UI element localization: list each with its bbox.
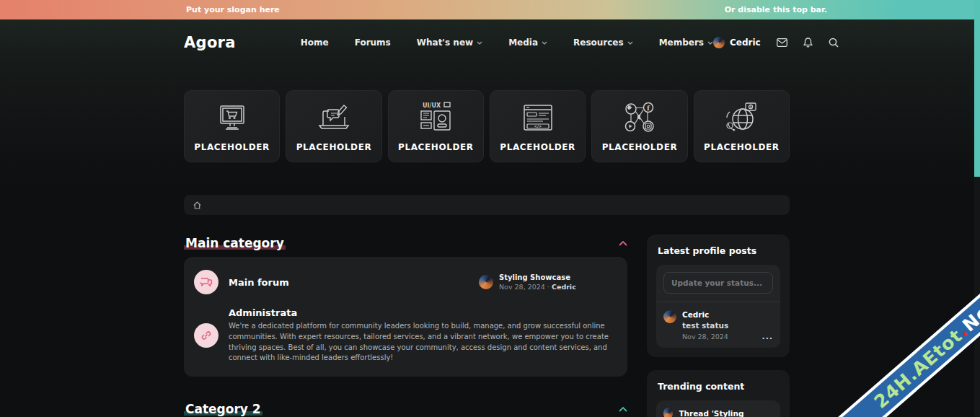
forum-row-administrata[interactable]: Administrata We're a dedicated platform … bbox=[194, 301, 617, 370]
user-menu[interactable]: Cedric bbox=[713, 37, 761, 48]
svg-text:$: $ bbox=[749, 104, 752, 109]
svg-text:</>: </> bbox=[534, 124, 542, 128]
watermark-ribbon: 24H.AEtot.Net bbox=[808, 240, 980, 417]
latest-profile-posts-panel: Latest profile posts Cedric test status … bbox=[647, 234, 790, 357]
latest-post-author[interactable]: Cedric bbox=[552, 283, 576, 291]
chevron-down-icon bbox=[707, 40, 713, 45]
chat-bubbles-icon bbox=[194, 270, 218, 294]
latest-post-meta: Nov 28, 2024 · Cedric bbox=[499, 283, 576, 291]
trending-item-avatar[interactable] bbox=[663, 408, 673, 417]
placeholder-card-1[interactable]: PLACEHOLDER bbox=[184, 90, 280, 162]
forum-list: Main category Main forum bbox=[184, 234, 627, 417]
chevron-down-icon bbox=[627, 40, 633, 45]
placeholder-card-6[interactable]: $ PLACEHOLDER bbox=[694, 90, 790, 162]
breadcrumb bbox=[184, 195, 790, 215]
nav-account-area: Cedric bbox=[713, 37, 839, 48]
card-label: PLACEHOLDER bbox=[500, 142, 575, 152]
category-title[interactable]: Main category bbox=[184, 236, 286, 250]
forum-row-main-forum[interactable]: Main forum Styling Showcase Nov 28, 2024… bbox=[194, 263, 617, 301]
uiux-design-icon: UI/UX bbox=[417, 100, 454, 135]
profile-post-date: Nov 28, 2024 bbox=[682, 333, 728, 341]
placeholder-card-4[interactable]: </> PLACEHOLDER bbox=[490, 90, 586, 162]
category-title[interactable]: Category 2 bbox=[184, 402, 262, 416]
site-logo[interactable]: Agora bbox=[184, 34, 236, 51]
user-avatar bbox=[713, 37, 725, 48]
chevron-down-icon bbox=[477, 40, 482, 45]
trending-item-title[interactable]: Thread 'Styling Showcase' bbox=[679, 408, 773, 417]
category-header-2: Category 2 bbox=[184, 400, 627, 417]
nav-links: Home Forums What's new Media Resources bbox=[301, 38, 713, 48]
profile-post-author[interactable]: Cedric bbox=[682, 310, 773, 319]
latest-post-avatar[interactable] bbox=[479, 275, 493, 289]
social-network-icon: f bbox=[623, 100, 656, 135]
feature-cards-row: PLACEHOLDER PLACEHOLDER UI/UX bbox=[184, 90, 790, 162]
nav-item-resources[interactable]: Resources bbox=[573, 38, 633, 48]
latest-post-info: Styling Showcase Nov 28, 2024 · Cedric bbox=[479, 273, 617, 291]
nav-item-media[interactable]: Media bbox=[508, 38, 547, 48]
svg-text:UI/UX: UI/UX bbox=[423, 102, 441, 109]
card-label: PLACEHOLDER bbox=[398, 142, 474, 152]
watermark-text: 24H.AEtot.Net bbox=[870, 295, 980, 413]
scrollbar-track[interactable] bbox=[974, 0, 980, 417]
card-label: PLACEHOLDER bbox=[296, 142, 372, 152]
nav-item-members[interactable]: Members bbox=[659, 38, 713, 48]
web-code-icon: </> bbox=[521, 100, 555, 135]
category-header-main: Main category bbox=[184, 234, 627, 252]
sidebar: Latest profile posts Cedric test status … bbox=[647, 234, 790, 417]
nav-item-home[interactable]: Home bbox=[301, 38, 329, 48]
placeholder-card-3[interactable]: UI/UX PLACEHOLDER bbox=[388, 90, 484, 162]
status-update-input[interactable] bbox=[663, 272, 773, 294]
inbox-envelope-icon[interactable] bbox=[777, 38, 787, 47]
nav-item-forums[interactable]: Forums bbox=[355, 38, 391, 48]
forum-name[interactable]: Main forum bbox=[229, 277, 479, 288]
nav-item-whats-new[interactable]: What's new bbox=[417, 38, 482, 48]
latest-post-title[interactable]: Styling Showcase bbox=[499, 273, 576, 281]
category-block-main: Main forum Styling Showcase Nov 28, 2024… bbox=[184, 257, 627, 377]
content-writing-icon bbox=[316, 100, 352, 135]
collapse-chevron-up-icon[interactable] bbox=[619, 407, 627, 412]
forum-description: We're a dedicated platform for community… bbox=[229, 321, 617, 364]
global-marketing-icon: $ bbox=[724, 100, 759, 135]
trending-content-panel: Trending content Thread 'Styling Showcas… bbox=[647, 370, 790, 417]
placeholder-card-5[interactable]: f PLACEHOLDER bbox=[591, 90, 687, 162]
card-label: PLACEHOLDER bbox=[194, 142, 270, 152]
top-banner: Put your slogan here Or disable this top… bbox=[0, 0, 980, 19]
svg-text:f: f bbox=[647, 105, 650, 112]
profile-post-item[interactable]: Cedric test status Nov 28, 2024 ... bbox=[663, 310, 773, 341]
profile-post-status: test status bbox=[682, 321, 773, 330]
home-icon[interactable] bbox=[193, 201, 201, 209]
scrollbar-thumb[interactable] bbox=[974, 0, 980, 177]
topbar-disable-note: Or disable this top bar. bbox=[725, 5, 827, 14]
trending-item[interactable]: Thread 'Styling Showcase' Cedric · Nov 2… bbox=[663, 408, 773, 417]
forum-homepage: Put your slogan here Or disable this top… bbox=[0, 0, 980, 417]
card-label: PLACEHOLDER bbox=[704, 142, 780, 152]
more-options-icon[interactable]: ... bbox=[762, 335, 773, 339]
card-label: PLACEHOLDER bbox=[602, 142, 678, 152]
panel-title: Trending content bbox=[656, 381, 780, 392]
collapse-chevron-up-icon[interactable] bbox=[619, 241, 627, 246]
alerts-bell-icon[interactable] bbox=[803, 38, 813, 48]
profile-post-avatar[interactable] bbox=[663, 310, 676, 323]
ecommerce-monitor-icon bbox=[216, 100, 249, 135]
link-icon bbox=[194, 323, 218, 348]
search-icon[interactable] bbox=[829, 38, 839, 48]
main-navigation: Agora Home Forums What's new Media Resou bbox=[0, 19, 974, 65]
user-name: Cedric bbox=[730, 38, 761, 48]
panel-title: Latest profile posts bbox=[656, 245, 780, 256]
forum-name[interactable]: Administrata bbox=[229, 307, 617, 318]
chevron-down-icon bbox=[542, 40, 547, 45]
divider bbox=[656, 302, 780, 302]
placeholder-card-2[interactable]: PLACEHOLDER bbox=[286, 90, 381, 162]
topbar-slogan: Put your slogan here bbox=[186, 5, 280, 14]
